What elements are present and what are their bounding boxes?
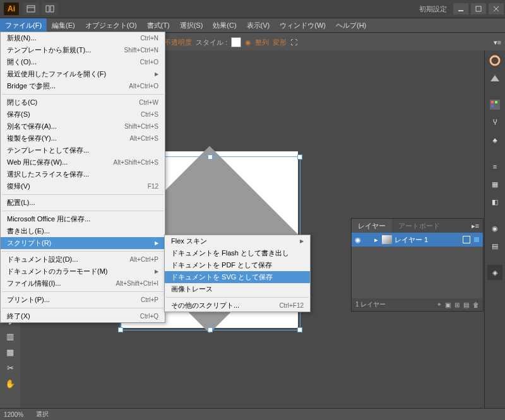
file-menu-item[interactable]: Microsoft Office 用に保存... [1, 213, 165, 225]
arrange-docs-button[interactable] [23, 3, 39, 15]
file-menu-item[interactable]: ファイル情報(I)...Alt+Shift+Ctrl+I [1, 277, 165, 289]
handle-se[interactable] [297, 327, 302, 332]
stroke-panel-icon[interactable]: ≡ [487, 159, 502, 174]
menu-item-label: その他のスクリプト... [171, 301, 279, 310]
zoom-level[interactable]: 1200% [4, 411, 23, 418]
file-menu-item[interactable]: 保存(S)Ctrl+S [1, 108, 165, 120]
menu-object[interactable]: オブジェクト(O) [80, 18, 142, 32]
file-menu-item[interactable]: Web 用に保存(W)...Alt+Shift+Ctrl+S [1, 156, 165, 168]
new-sublayer-icon[interactable]: ⊞ [454, 301, 460, 308]
layout-button[interactable] [42, 3, 58, 15]
target-icon[interactable] [463, 236, 470, 243]
visibility-icon[interactable]: ◉ [352, 236, 364, 244]
menu-shortcut: Alt+Ctrl+O [129, 83, 158, 90]
file-menu-item[interactable]: 選択したスライスを保存... [1, 168, 165, 180]
menu-view[interactable]: 表示(V) [242, 18, 275, 32]
minimize-button[interactable] [453, 3, 468, 15]
clipping-mask-icon[interactable]: ▣ [445, 301, 451, 308]
file-menu-item[interactable]: ドキュメントのカラーモード(M)▶ [1, 265, 165, 277]
script-menu-item[interactable]: その他のスクリプト...Ctrl+F12 [165, 300, 310, 312]
file-menu-item[interactable]: 最近使用したファイルを開く(F)▶ [1, 68, 165, 80]
appearance-panel-icon[interactable]: ◉ [487, 221, 502, 236]
panel-menu-icon[interactable]: ▾≡ [494, 38, 501, 47]
menu-shortcut: F12 [148, 183, 158, 190]
swatches-panel-icon[interactable] [487, 97, 502, 112]
layer-row[interactable]: ◉ ▸ レイヤー 1 [352, 233, 483, 247]
graphic-styles-icon[interactable]: ▤ [487, 238, 502, 254]
menu-item-label: Bridge で参照... [7, 81, 129, 91]
transparency-panel-icon[interactable]: ◧ [487, 194, 502, 209]
menu-file[interactable]: ファイル(F) [0, 18, 47, 32]
submenu-arrow-icon: ▶ [155, 71, 158, 77]
panel-collapse-icon[interactable]: ▸≡ [468, 222, 483, 230]
svg-rect-14 [491, 105, 494, 107]
file-menu-item[interactable]: 終了(X)Ctrl+Q [1, 310, 165, 322]
file-menu-item[interactable]: テンプレートから新規(T)...Shift+Ctrl+N [1, 44, 165, 56]
script-menu-item[interactable]: ドキュメントを SVG として保存 [165, 271, 310, 283]
gradient-panel-icon[interactable]: ▦ [487, 177, 502, 192]
menu-effect[interactable]: 効果(C) [208, 18, 241, 32]
workspace-preset[interactable]: 初期設定 [414, 4, 452, 14]
layers-panel-icon[interactable]: ◈ [487, 265, 502, 280]
color-guide-icon[interactable] [487, 71, 502, 86]
close-button[interactable] [489, 3, 504, 15]
script-menu-item[interactable]: Flex スキン▶ [165, 235, 310, 247]
disclosure-icon[interactable]: ▸ [374, 236, 382, 244]
handle-s[interactable] [208, 327, 213, 332]
symbols-panel-icon[interactable]: ♣ [487, 132, 502, 148]
menu-shortcut: Ctrl+W [139, 99, 158, 106]
svg-marker-10 [490, 75, 499, 81]
column-graph-tool[interactable]: ▥ [1, 329, 19, 344]
script-menu-item[interactable]: 画像トレース [165, 283, 310, 295]
locate-layer-icon[interactable]: ⌖ [437, 301, 441, 308]
script-menu-item[interactable]: ドキュメントを Flash として書き出し [165, 247, 310, 259]
menu-select[interactable]: 選択(S) [175, 18, 208, 32]
file-menu-item[interactable]: 書き出し(E)... [1, 225, 165, 237]
handle-ne[interactable] [297, 155, 302, 160]
svg-rect-2 [46, 6, 49, 12]
handle-sw[interactable] [118, 327, 123, 332]
file-menu-item[interactable]: ドキュメント設定(D)...Alt+Ctrl+P [1, 254, 165, 265]
menu-edit[interactable]: 編集(E) [47, 18, 80, 32]
isolate-icon[interactable]: ⛶ [290, 38, 297, 46]
layer-thumbnail [382, 235, 392, 244]
layers-tab[interactable]: レイヤー [352, 219, 392, 233]
menu-window[interactable]: ウィンドウ(W) [275, 18, 331, 32]
menu-type[interactable]: 書式(T) [142, 18, 175, 32]
file-menu-item[interactable]: 新規(N)...Ctrl+N [1, 32, 165, 44]
brushes-panel-icon[interactable]: Ⴤ [487, 115, 502, 130]
file-menu-item[interactable]: プリント(P)...Ctrl+P [1, 294, 165, 306]
menu-help[interactable]: ヘルプ(H) [331, 18, 371, 32]
new-layer-icon[interactable]: ▤ [463, 301, 469, 308]
file-menu-item[interactable]: 複製を保存(Y)...Alt+Ctrl+S [1, 132, 165, 144]
menu-item-label: プリント(P)... [7, 295, 141, 305]
file-menu-item[interactable]: Bridge で参照...Alt+Ctrl+O [1, 80, 165, 92]
menu-item-label: テンプレートとして保存... [7, 146, 158, 155]
status-mode: 選択 [36, 410, 49, 419]
layer-name[interactable]: レイヤー 1 [395, 235, 428, 245]
artboard-tool[interactable]: ▦ [1, 344, 19, 359]
artboards-tab[interactable]: アートボード [392, 219, 446, 233]
handle-n[interactable] [208, 155, 213, 160]
hand-tool[interactable]: ✋ [1, 376, 19, 391]
menu-shortcut: Ctrl+O [140, 59, 158, 66]
file-menu-item[interactable]: 閉じる(C)Ctrl+W [1, 96, 165, 108]
maximize-button[interactable] [471, 3, 486, 15]
file-menu-item[interactable]: 開く(O)...Ctrl+O [1, 56, 165, 68]
align-link[interactable]: 整列 [255, 38, 269, 47]
transform-link[interactable]: 変形 [273, 38, 287, 47]
style-swatch[interactable] [231, 37, 241, 47]
file-menu-item[interactable]: 復帰(V)F12 [1, 180, 165, 192]
file-menu-item[interactable]: 別名で保存(A)...Shift+Ctrl+S [1, 120, 165, 132]
menu-item-label: 新規(N)... [7, 33, 140, 43]
slice-tool[interactable]: ✂ [1, 360, 19, 375]
opacity-label[interactable]: 不透明度 [164, 38, 192, 47]
recolor-icon[interactable]: ◉ [245, 38, 251, 47]
file-menu-item[interactable]: テンプレートとして保存... [1, 144, 165, 156]
file-menu-item[interactable]: 配置(L)... [1, 197, 165, 209]
script-menu-item[interactable]: ドキュメントを PDF として保存 [165, 259, 310, 271]
scripts-submenu: Flex スキン▶ドキュメントを Flash として書き出しドキュメントを PD… [164, 235, 311, 312]
delete-layer-icon[interactable]: 🗑 [473, 301, 479, 308]
color-panel-icon[interactable] [487, 53, 502, 68]
file-menu-item[interactable]: スクリプト(R)▶ [1, 237, 165, 249]
